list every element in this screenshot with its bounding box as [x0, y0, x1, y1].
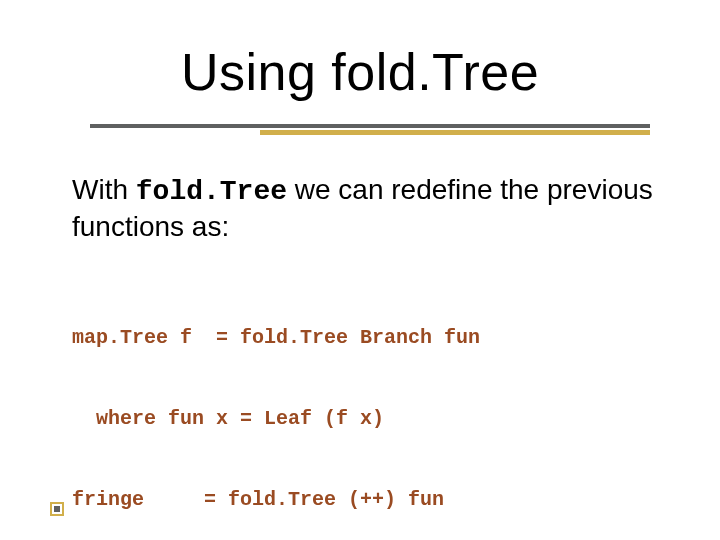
title-wrap: Using fold.Tree: [0, 42, 720, 102]
code-block: map.Tree f = fold.Tree Branch fun where …: [72, 270, 516, 540]
code-line: where fun x = Leaf (f x): [72, 405, 516, 432]
code-line: fringe = fold.Tree (++) fun: [72, 486, 516, 513]
decor-square-icon: [50, 502, 64, 516]
slide-title: Using fold.Tree: [181, 43, 539, 101]
code-line: map.Tree f = fold.Tree Branch fun: [72, 324, 516, 351]
intro-code-word: fold.Tree: [136, 176, 287, 207]
intro-prefix: With: [72, 174, 136, 205]
intro-paragraph: With fold.Tree we can redefine the previ…: [72, 172, 660, 244]
title-rule-accent: [260, 130, 650, 135]
svg-rect-1: [54, 506, 60, 512]
title-rule-top: [90, 124, 650, 128]
slide: Using fold.Tree With fold.Tree we can re…: [0, 0, 720, 540]
